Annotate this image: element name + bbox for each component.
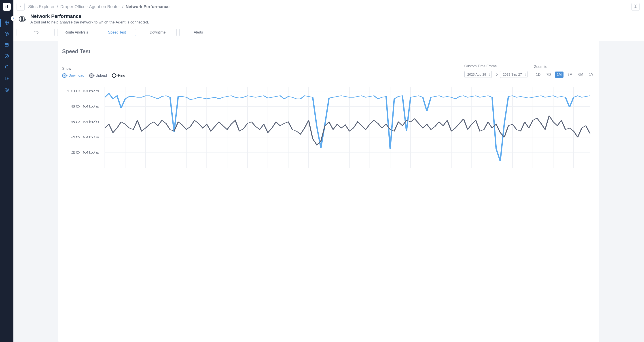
date-to-value: 2023 Sep 27 [503,72,522,76]
zoom-1d[interactable]: 1D [534,72,542,78]
page-title: Network Performance [30,14,149,19]
page-header: Network Performance A tool set to help a… [14,14,644,28]
date-from-value: 2023 Aug 28 [467,72,486,76]
help-button[interactable] [632,3,640,11]
ping-swatch-icon [112,73,116,78]
zoom-1y[interactable]: 1Y [587,72,595,78]
svg-point-5 [6,88,8,90]
chart-controls: Show Download Upload [58,61,599,81]
book-icon [633,4,638,10]
network-performance-icon [18,14,27,24]
breadcrumb-site[interactable]: Draper Office - Agent on Router [60,4,120,9]
legend-toggle-download[interactable]: Download [62,73,84,78]
sidebar-item-dashboards[interactable] [0,40,14,51]
date-from-input[interactable]: 2023 Aug 28 ▴▾ [464,71,492,78]
zoom-7d[interactable]: 7D [544,72,552,78]
zoom-label: Zoom to [534,65,595,69]
subnav-tabs: Info Route Analysis Speed Test Downtime … [14,28,644,41]
svg-text:40 Mb/s: 40 Mb/s [71,136,100,139]
legend-toggle-upload[interactable]: Upload [89,73,107,78]
stepper-icon: ▴▾ [489,73,490,76]
sidebar-item-inventory[interactable] [0,28,14,40]
svg-rect-1 [5,44,8,46]
zoom-6m[interactable]: 6M [576,72,585,78]
legend-toggle-ping[interactable]: Ping [112,73,125,78]
sidebar-collapse-toggle[interactable] [11,16,16,21]
app-logo[interactable]: d [3,3,11,11]
timeframe-label: Custom Time Frame [464,64,528,68]
speed-test-chart[interactable]: 20 Mb/s40 Mb/s60 Mb/s80 Mb/s100 Mb/s [62,85,595,170]
zoom-group: Zoom to 1D7D1M3M6M1Y [534,65,595,78]
date-to-input[interactable]: 2023 Sep 27 ▴▾ [500,71,528,78]
zoom-1m[interactable]: 1M [555,72,564,78]
legend-ping-label: Ping [118,74,125,78]
svg-text:20 Mb/s: 20 Mb/s [71,151,100,154]
svg-text:80 Mb/s: 80 Mb/s [71,104,100,108]
main: Sites Explorer / Draper Office - Agent o… [14,0,644,342]
tab-speed-test[interactable]: Speed Test [98,28,136,36]
svg-text:60 Mb/s: 60 Mb/s [71,120,100,124]
topbar: Sites Explorer / Draper Office - Agent o… [14,0,644,14]
content-area: Speed Test Show Download [14,41,644,342]
legend-upload-label: Upload [96,74,107,78]
sidebar-item-account[interactable] [0,84,14,96]
export-icon [4,76,9,82]
speed-test-card: Speed Test Show Download [58,41,599,342]
chevron-left-icon [19,5,22,9]
sidebar-item-integrations[interactable] [0,73,14,84]
sidebar-item-monitor[interactable] [0,51,14,62]
chevron-right-icon [12,16,15,20]
layout-icon [4,42,9,48]
tab-alerts[interactable]: Alerts [179,28,217,36]
show-label: Show [62,66,125,71]
svg-text:100 Mb/s: 100 Mb/s [67,89,100,93]
tab-route-analysis[interactable]: Route Analysis [57,28,95,36]
breadcrumb-root[interactable]: Sites Explorer [28,4,54,9]
upload-swatch-icon [89,73,94,78]
box-icon [4,31,9,37]
breadcrumb-current: Network Performance [126,4,170,9]
zoom-3m[interactable]: 3M [566,72,574,78]
legend-group: Show Download Upload [62,66,125,78]
tab-info[interactable]: Info [16,28,54,36]
sidebar: d [0,0,14,342]
sidebar-item-alerts[interactable] [0,62,14,73]
bell-icon [4,65,9,71]
tab-downtime[interactable]: Downtime [139,28,177,36]
timeframe-group: Custom Time Frame 2023 Aug 28 ▴▾ To 2023… [464,64,528,78]
breadcrumb: Sites Explorer / Draper Office - Agent o… [28,4,170,9]
legend-download-label: Download [68,74,84,78]
chart-area: 20 Mb/s40 Mb/s60 Mb/s80 Mb/s100 Mb/s [58,81,599,170]
page-subtitle: A tool set to help analyse the network t… [30,20,149,24]
stepper-icon: ▴▾ [525,73,526,76]
user-icon [4,87,9,93]
card-title: Speed Test [58,41,599,61]
download-swatch-icon [62,73,67,78]
globe-icon [4,20,9,26]
back-button[interactable] [16,3,24,11]
shield-check-icon [4,54,9,60]
to-label: To [494,72,498,76]
